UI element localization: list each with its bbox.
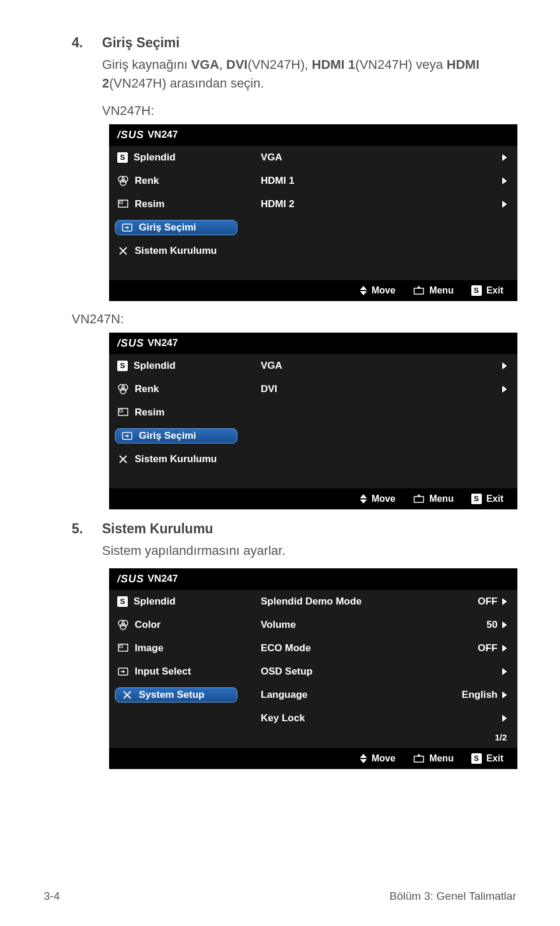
tools-icon bbox=[117, 245, 129, 257]
menu-icon bbox=[413, 753, 425, 764]
svg-point-9 bbox=[120, 388, 126, 394]
osd-footer: Move Menu S Exit bbox=[109, 488, 517, 509]
menu-item-input-select-selected[interactable]: Giriş Seçimi bbox=[115, 220, 237, 235]
demo-mode-value: OFF bbox=[478, 596, 498, 607]
option-eco-mode[interactable]: ECO Mode bbox=[261, 642, 311, 654]
menu-item-system[interactable]: Sistem Kurulumu bbox=[135, 453, 217, 465]
menu-icon bbox=[413, 493, 425, 505]
section-number: 5. bbox=[72, 521, 88, 537]
osd-page-count: 1/2 bbox=[109, 730, 517, 745]
section-number: 4. bbox=[72, 35, 88, 51]
volume-value: 50 bbox=[487, 619, 498, 631]
brand-logo: /SUS bbox=[117, 129, 144, 141]
option-hdmi2[interactable]: HDMI 2 bbox=[261, 198, 295, 210]
osd-panel-vn247n: /SUS VN247 S Splendid VGA bbox=[109, 333, 517, 509]
option-vga[interactable]: VGA bbox=[261, 360, 282, 372]
menu-item-input-select[interactable]: Input Select bbox=[135, 666, 191, 677]
updown-icon bbox=[360, 286, 367, 295]
color-icon bbox=[117, 175, 129, 187]
arrow-right-icon bbox=[502, 201, 507, 208]
menu-icon bbox=[413, 285, 425, 296]
osd-panel-vn247h: /SUS VN247 S Splendid VGA bbox=[109, 124, 517, 301]
menu-item-input-select-selected[interactable]: Giriş Seçimi bbox=[115, 428, 237, 443]
svg-rect-18 bbox=[120, 645, 123, 648]
menu-item-splendid[interactable]: Splendid bbox=[134, 152, 176, 163]
image-icon bbox=[117, 198, 129, 210]
move-label: Move bbox=[372, 494, 396, 504]
option-hdmi1[interactable]: HDMI 1 bbox=[261, 175, 295, 187]
s-icon: S bbox=[117, 361, 128, 371]
tools-icon bbox=[117, 453, 129, 465]
arrow-right-icon bbox=[502, 386, 507, 393]
svg-point-16 bbox=[120, 624, 126, 630]
arrow-right-icon bbox=[502, 177, 507, 184]
arrow-right-icon bbox=[502, 621, 507, 628]
eco-mode-value: OFF bbox=[478, 642, 498, 654]
image-icon bbox=[117, 407, 129, 418]
svg-rect-6 bbox=[414, 288, 424, 294]
menu-item-image[interactable]: Resim bbox=[135, 198, 164, 210]
option-volume[interactable]: Volume bbox=[261, 619, 296, 631]
menu-item-splendid[interactable]: Splendid bbox=[134, 596, 176, 607]
option-vga[interactable]: VGA bbox=[261, 152, 282, 163]
exit-label: Exit bbox=[487, 285, 503, 296]
model-text: VN247 bbox=[148, 129, 178, 141]
s-icon: S bbox=[117, 596, 128, 607]
svg-point-15 bbox=[122, 620, 128, 626]
s-icon: S bbox=[117, 152, 128, 163]
osd-header: /SUS VN247 bbox=[109, 333, 517, 354]
svg-rect-13 bbox=[414, 497, 424, 502]
option-language[interactable]: Language bbox=[261, 689, 307, 701]
section-title: Sistem Kurulumu bbox=[102, 521, 213, 537]
section-description: Giriş kaynağını VGA, DVI(VN247H), HDMI 1… bbox=[102, 55, 516, 74]
menu-item-image[interactable]: Resim bbox=[135, 407, 164, 418]
osd-header: /SUS VN247 bbox=[109, 124, 517, 146]
section-header: 5. Sistem Kurulumu bbox=[72, 521, 516, 537]
input-icon bbox=[121, 430, 133, 442]
input-icon bbox=[117, 666, 129, 677]
page-number: 3-4 bbox=[44, 890, 60, 903]
menu-label: Menu bbox=[429, 285, 454, 296]
menu-label: Menu bbox=[429, 494, 454, 504]
color-icon bbox=[117, 383, 129, 395]
menu-item-image[interactable]: Image bbox=[135, 642, 163, 654]
arrow-right-icon bbox=[502, 668, 507, 675]
menu-item-color[interactable]: Renk bbox=[135, 383, 159, 395]
move-label: Move bbox=[372, 285, 396, 296]
menu-item-color[interactable]: Renk bbox=[135, 175, 159, 187]
language-value: English bbox=[462, 689, 498, 701]
svg-point-8 bbox=[122, 385, 128, 390]
svg-point-1 bbox=[122, 176, 128, 182]
menu-item-splendid[interactable]: Splendid bbox=[134, 360, 176, 372]
color-icon bbox=[117, 619, 129, 631]
menu-item-color[interactable]: Color bbox=[135, 619, 160, 631]
exit-label: Exit bbox=[487, 753, 503, 764]
model-text: VN247 bbox=[148, 337, 178, 349]
svg-rect-4 bbox=[120, 201, 123, 204]
section-description-line2: 2(VN247H) arasından seçin. bbox=[102, 74, 516, 93]
s-icon: S bbox=[471, 753, 482, 764]
menu-label: Menu bbox=[429, 753, 454, 764]
section-description: Sistem yapılandırmasını ayarlar. bbox=[102, 541, 516, 560]
exit-label: Exit bbox=[487, 494, 503, 504]
updown-icon bbox=[360, 494, 367, 504]
osd-footer: Move Menu S Exit bbox=[109, 748, 517, 769]
osd-panel-system: /SUS VN247 S Splendid Splendid Demo Mode… bbox=[109, 568, 517, 769]
option-dvi[interactable]: DVI bbox=[261, 383, 277, 395]
option-demo-mode[interactable]: Splendid Demo Mode bbox=[261, 596, 362, 607]
model-heading: VN247N: bbox=[72, 312, 516, 327]
image-icon bbox=[117, 642, 129, 654]
input-icon bbox=[121, 222, 133, 233]
menu-item-system-selected[interactable]: System Setup bbox=[115, 687, 237, 703]
option-osd-setup[interactable]: OSD Setup bbox=[261, 666, 313, 677]
arrow-right-icon bbox=[502, 154, 507, 161]
svg-point-2 bbox=[120, 180, 126, 186]
updown-icon bbox=[360, 754, 367, 763]
s-icon: S bbox=[471, 285, 482, 296]
arrow-right-icon bbox=[502, 691, 507, 698]
menu-item-system[interactable]: Sistem Kurulumu bbox=[135, 245, 217, 257]
section-header: 4. Giriş Seçimi bbox=[72, 35, 516, 51]
osd-footer: Move Menu S Exit bbox=[109, 280, 517, 301]
arrow-right-icon bbox=[502, 362, 507, 369]
option-keylock[interactable]: Key Lock bbox=[261, 712, 305, 724]
